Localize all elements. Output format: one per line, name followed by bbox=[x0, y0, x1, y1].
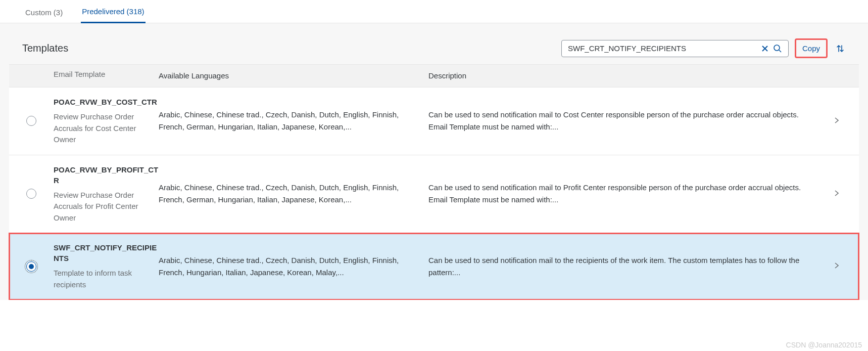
template-id: SWF_CRT_NOTIFY_RECIPIENTS bbox=[54, 242, 159, 264]
row-nav-cell bbox=[827, 262, 847, 271]
tab-custom[interactable]: Custom (3) bbox=[24, 8, 64, 23]
col-name-header: Email Template bbox=[54, 70, 159, 82]
search-field[interactable] bbox=[561, 40, 789, 57]
table-row[interactable]: POAC_RVW_BY_PROFIT_CTRReview Purchase Or… bbox=[9, 155, 859, 234]
table-row[interactable]: POAC_RVW_BY_COST_CTRReview Purchase Orde… bbox=[9, 87, 859, 155]
chevron-right-icon[interactable] bbox=[834, 190, 839, 198]
clear-search-icon[interactable] bbox=[759, 42, 771, 55]
row-radio[interactable] bbox=[26, 261, 36, 272]
copy-highlight: Copy bbox=[795, 38, 828, 58]
template-id: POAC_RVW_BY_COST_CTR bbox=[54, 97, 159, 107]
row-name-cell: SWF_CRT_NOTIFY_RECIPIENTSTemplate to inf… bbox=[54, 242, 159, 290]
col-langs-header: Available Languages bbox=[159, 70, 428, 82]
col-desc-header: Description bbox=[428, 70, 827, 82]
col-select bbox=[9, 70, 54, 82]
table-header: Email Template Available Languages Descr… bbox=[9, 64, 859, 87]
svg-line-1 bbox=[779, 50, 781, 52]
toolbar: Templates Copy bbox=[9, 32, 859, 64]
table-body: POAC_RVW_BY_COST_CTRReview Purchase Orde… bbox=[9, 87, 859, 300]
template-subtitle: Review Purchase Order Accruals for Profi… bbox=[54, 190, 159, 224]
row-langs-cell: Arabic, Chinese, Chinese trad., Czech, D… bbox=[159, 182, 428, 206]
sort-icon[interactable] bbox=[834, 42, 847, 55]
row-select-cell bbox=[9, 261, 54, 272]
row-desc-cell: Can be used to send notification mail to… bbox=[428, 254, 827, 279]
template-subtitle: Template to inform task recipients bbox=[54, 268, 159, 290]
row-radio[interactable] bbox=[26, 116, 36, 126]
row-select-cell bbox=[9, 189, 54, 199]
row-select-cell bbox=[9, 116, 54, 126]
row-desc-cell: Can be used to send notification mail to… bbox=[428, 109, 827, 133]
row-name-cell: POAC_RVW_BY_COST_CTRReview Purchase Orde… bbox=[54, 97, 159, 146]
table-row[interactable]: SWF_CRT_NOTIFY_RECIPIENTSTemplate to inf… bbox=[9, 233, 859, 300]
chevron-right-icon[interactable] bbox=[834, 262, 839, 271]
svg-point-0 bbox=[774, 45, 780, 51]
content-area: Templates Copy Email Template Available … bbox=[0, 23, 868, 300]
row-radio[interactable] bbox=[26, 189, 36, 199]
tab-bar: Custom (3) Predelivered (318) bbox=[0, 0, 868, 23]
chevron-right-icon[interactable] bbox=[834, 117, 839, 125]
row-nav-cell bbox=[827, 117, 847, 125]
row-langs-cell: Arabic, Chinese, Chinese trad., Czech, D… bbox=[159, 109, 428, 133]
template-subtitle: Review Purchase Order Accruals for Cost … bbox=[54, 111, 159, 146]
row-langs-cell: Arabic, Chinese, Chinese trad., Czech, D… bbox=[159, 254, 428, 279]
row-name-cell: POAC_RVW_BY_PROFIT_CTRReview Purchase Or… bbox=[54, 164, 159, 224]
template-id: POAC_RVW_BY_PROFIT_CTR bbox=[54, 164, 159, 186]
toolbar-right: Copy bbox=[561, 38, 847, 58]
col-nav-header bbox=[827, 70, 847, 82]
row-desc-cell: Can be used to send notification mail to… bbox=[428, 182, 827, 206]
search-icon[interactable] bbox=[771, 42, 784, 55]
row-nav-cell bbox=[827, 190, 847, 198]
page-title: Templates bbox=[22, 42, 68, 54]
search-input[interactable] bbox=[568, 44, 759, 53]
copy-button[interactable]: Copy bbox=[797, 41, 825, 56]
tab-predelivered[interactable]: Predelivered (318) bbox=[81, 7, 145, 23]
